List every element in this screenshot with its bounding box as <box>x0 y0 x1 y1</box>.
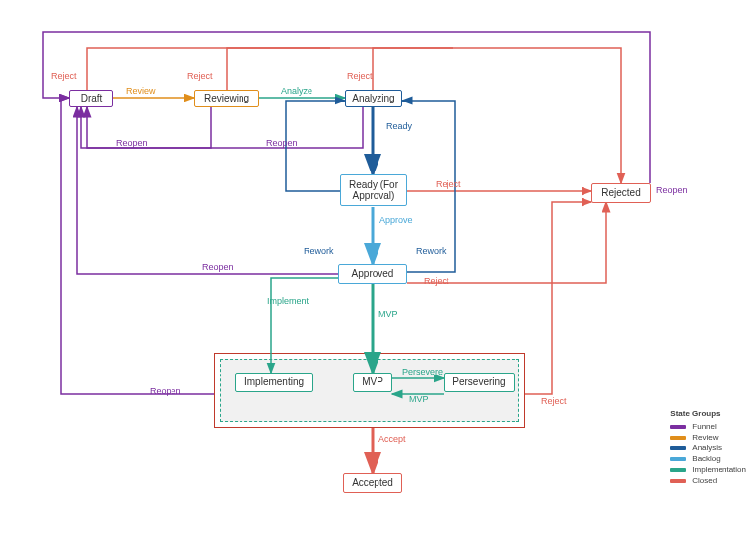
edge-label: MVP <box>377 309 400 319</box>
edge-label: Reject <box>49 71 79 81</box>
legend: State Groups Funnel Review Analysis Back… <box>670 409 746 487</box>
legend-swatch <box>670 425 686 429</box>
node-ready: Ready (For Approval) <box>340 174 407 206</box>
node-label: Implementing <box>244 376 304 388</box>
edge-label: Reopen <box>654 185 690 195</box>
legend-row: Analysis <box>670 444 746 452</box>
edge-label: MVP <box>407 394 431 404</box>
edge-label: Ready <box>384 121 414 131</box>
legend-label: Funnel <box>692 422 716 431</box>
edge-label: Implement <box>265 296 310 306</box>
node-label: MVP <box>362 376 383 388</box>
edge-label: Reject <box>185 71 215 81</box>
legend-swatch <box>670 457 686 461</box>
node-mvp: MVP <box>353 373 392 392</box>
legend-label: Implementation <box>692 465 746 474</box>
node-label: Ready (For Approval) <box>345 179 402 202</box>
node-label: Accepted <box>352 477 393 489</box>
node-label: Rejected <box>601 187 640 199</box>
legend-swatch <box>670 468 686 472</box>
legend-row: Closed <box>670 476 746 485</box>
edge-label: Reject <box>422 276 451 286</box>
edge-label: Reject <box>539 396 569 406</box>
node-label: Draft <box>81 93 103 104</box>
legend-swatch <box>670 479 686 483</box>
node-label: Approved <box>352 268 394 280</box>
edge-label: Approve <box>378 215 415 225</box>
edge-label: Analyze <box>279 86 314 96</box>
node-rejected: Rejected <box>591 183 651 203</box>
edge-label: Rework <box>302 246 336 256</box>
edge-label: Reopen <box>148 386 183 396</box>
legend-row: Implementation <box>670 465 746 474</box>
workflow-diagram: Draft Reviewing Analyzing Ready (For App… <box>0 0 756 546</box>
edge-label: Persevere <box>400 367 445 376</box>
legend-label: Review <box>692 433 718 442</box>
node-accepted: Accepted <box>343 473 402 493</box>
node-label: Persevering <box>452 376 505 388</box>
node-implementing: Implementing <box>235 373 313 392</box>
node-reviewing: Reviewing <box>194 90 259 107</box>
legend-label: Analysis <box>692 444 722 452</box>
legend-label: Closed <box>692 476 717 485</box>
node-analyzing: Analyzing <box>345 90 402 107</box>
edge-label: Reopen <box>114 138 150 148</box>
edge-label: Reject <box>345 71 375 81</box>
edge-label: Reject <box>434 179 463 189</box>
edge-label: Accept <box>377 434 408 444</box>
edge-label: Review <box>124 86 158 96</box>
legend-row: Review <box>670 433 746 442</box>
node-persevering: Persevering <box>444 373 515 392</box>
legend-swatch <box>670 446 686 450</box>
node-label: Analyzing <box>352 93 394 104</box>
node-draft: Draft <box>69 90 113 107</box>
node-label: Reviewing <box>204 93 249 104</box>
edge-label: Rework <box>414 246 448 256</box>
legend-row: Funnel <box>670 422 746 431</box>
edge-label: Reopen <box>264 138 300 148</box>
edge-label: Reopen <box>200 262 236 272</box>
node-approved: Approved <box>338 264 407 284</box>
legend-title: State Groups <box>670 409 746 418</box>
legend-swatch <box>670 436 686 440</box>
legend-row: Backlog <box>670 454 746 463</box>
legend-label: Backlog <box>692 454 720 463</box>
